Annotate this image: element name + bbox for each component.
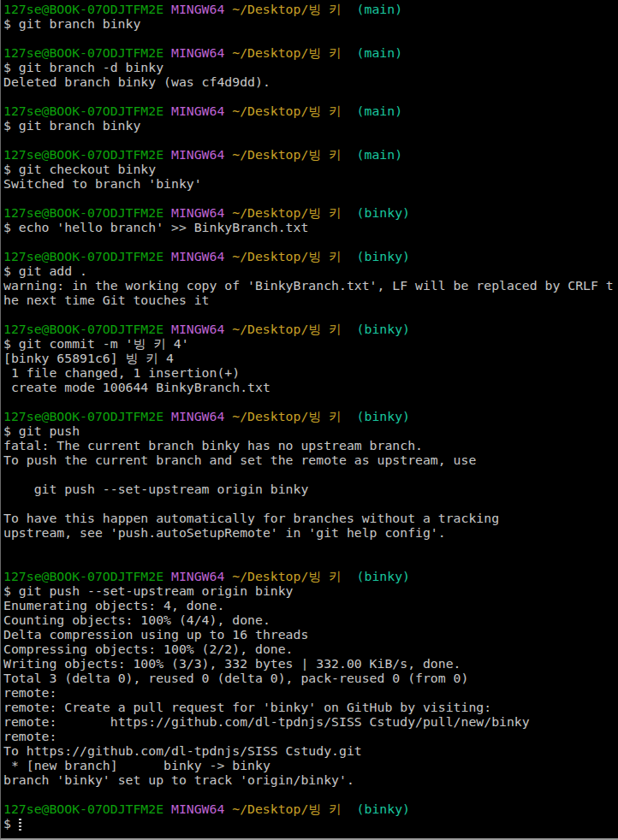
blank-line — [3, 234, 618, 249]
prompt-dollar-symbol: $ — [3, 60, 11, 74]
prompt-user-host: 127se@BOOK-07ODJTFM2E — [3, 104, 163, 118]
prompt-branch: (main) — [357, 147, 402, 162]
prompt-env: MINGW64 — [171, 322, 224, 336]
prompt-line: 127se@BOOK-07ODJTFM2EMINGW64~/Desktop/빙 … — [3, 104, 618, 118]
command-line[interactable]: $ — [3, 816, 618, 831]
blank-line — [3, 31, 618, 45]
prompt-branch: (binky) — [357, 409, 410, 423]
blank-line — [3, 133, 618, 147]
output-line: remote: https://github.com/dl-tpdnjs/SIS… — [3, 714, 618, 729]
output-line: warning: in the working copy of 'BinkyBr… — [3, 278, 618, 293]
prompt-path: ~/Desktop/빙 키 — [232, 249, 342, 263]
output-line — [3, 467, 618, 482]
prompt-branch: (main) — [357, 45, 402, 60]
prompt-line: 127se@BOOK-07ODJTFM2EMINGW64~/Desktop/빙 … — [3, 147, 618, 162]
prompt-env: MINGW64 — [171, 147, 224, 162]
output-line: he next time Git touches it — [3, 293, 618, 307]
prompt-line: 127se@BOOK-07ODJTFM2EMINGW64~/Desktop/빙 … — [3, 45, 618, 60]
output-line: To have this happen automatically for br… — [3, 511, 618, 525]
output-line: Enumerating objects: 4, done. — [3, 598, 618, 612]
output-line: Deleted branch binky (was cf4d9dd). — [3, 74, 618, 89]
prompt-branch: (main) — [357, 2, 402, 16]
prompt-dollar-symbol: $ — [3, 16, 11, 31]
prompt-line: 127se@BOOK-07ODJTFM2EMINGW64~/Desktop/빙 … — [3, 249, 618, 263]
blank-line — [3, 307, 618, 322]
command-text: git push — [19, 423, 80, 438]
output-line: create mode 100644 BinkyBranch.txt — [3, 380, 618, 394]
prompt-user-host: 127se@BOOK-07ODJTFM2E — [3, 322, 163, 336]
prompt-dollar-symbol: $ — [3, 220, 11, 234]
prompt-branch: (binky) — [357, 205, 410, 220]
output-line: git push --set-upstream origin binky — [3, 482, 618, 496]
terminal-cursor[interactable] — [19, 819, 21, 831]
prompt-dollar-symbol: $ — [3, 583, 11, 598]
prompt-user-host: 127se@BOOK-07ODJTFM2E — [3, 147, 163, 162]
prompt-env: MINGW64 — [171, 45, 224, 60]
command-text: git branch binky — [19, 16, 141, 31]
command-text: git checkout binky — [19, 162, 156, 176]
prompt-line: 127se@BOOK-07ODJTFM2EMINGW64~/Desktop/빙 … — [3, 802, 618, 816]
prompt-dollar-symbol: $ — [3, 423, 11, 438]
command-line: $git checkout binky — [3, 162, 618, 176]
prompt-branch: (binky) — [357, 322, 410, 336]
prompt-line: 127se@BOOK-07ODJTFM2EMINGW64~/Desktop/빙 … — [3, 2, 618, 16]
prompt-path: ~/Desktop/빙 키 — [232, 147, 342, 162]
prompt-dollar-symbol: $ — [3, 263, 11, 278]
prompt-user-host: 127se@BOOK-07ODJTFM2E — [3, 45, 163, 60]
prompt-path: ~/Desktop/빙 키 — [232, 802, 342, 816]
prompt-path: ~/Desktop/빙 키 — [232, 205, 342, 220]
blank-line — [3, 787, 618, 802]
output-line: remote: — [3, 729, 618, 743]
output-line: fatal: The current branch binky has no u… — [3, 438, 618, 453]
prompt-env: MINGW64 — [171, 802, 224, 816]
prompt-path: ~/Desktop/빙 키 — [232, 409, 342, 423]
prompt-user-host: 127se@BOOK-07ODJTFM2E — [3, 205, 163, 220]
prompt-dollar-symbol: $ — [3, 162, 11, 176]
prompt-branch: (binky) — [357, 569, 410, 583]
blank-line — [3, 89, 618, 104]
prompt-dollar-symbol: $ — [3, 118, 11, 133]
command-line: $git branch binky — [3, 16, 618, 31]
prompt-env: MINGW64 — [171, 569, 224, 583]
command-line: $git branch -d binky — [3, 60, 618, 74]
prompt-dollar-symbol: $ — [3, 336, 11, 351]
prompt-line: 127se@BOOK-07ODJTFM2EMINGW64~/Desktop/빙 … — [3, 205, 618, 220]
output-line: To https://github.com/dl-tpdnjs/SISS_Cst… — [3, 743, 618, 758]
prompt-branch: (binky) — [357, 802, 410, 816]
output-line: upstream, see 'push.autoSetupRemote' in … — [3, 525, 618, 540]
prompt-path: ~/Desktop/빙 키 — [232, 45, 342, 60]
command-text: echo 'hello branch' >> BinkyBranch.txt — [19, 220, 309, 234]
prompt-user-host: 127se@BOOK-07ODJTFM2E — [3, 409, 163, 423]
command-text: git add . — [19, 263, 87, 278]
output-line: remote: Create a pull request for 'binky… — [3, 700, 618, 714]
prompt-path: ~/Desktop/빙 키 — [232, 322, 342, 336]
output-line: Writing objects: 100% (3/3), 332 bytes |… — [3, 656, 618, 671]
output-line: Delta compression using up to 16 threads — [3, 627, 618, 642]
prompt-branch: (main) — [357, 104, 402, 118]
terminal-screen[interactable]: 127se@BOOK-07ODJTFM2EMINGW64~/Desktop/빙 … — [0, 0, 618, 840]
output-line: 1 file changed, 1 insertion(+) — [3, 365, 618, 380]
prompt-user-host: 127se@BOOK-07ODJTFM2E — [3, 802, 163, 816]
command-line: $git commit -m '빙 키 4' — [3, 336, 618, 351]
terminal-output: 127se@BOOK-07ODJTFM2EMINGW64~/Desktop/빙 … — [3, 2, 618, 831]
blank-line — [3, 394, 618, 409]
prompt-path: ~/Desktop/빙 키 — [232, 2, 342, 16]
output-line: Total 3 (delta 0), reused 0 (delta 0), p… — [3, 671, 618, 685]
prompt-user-host: 127se@BOOK-07ODJTFM2E — [3, 249, 163, 263]
prompt-path: ~/Desktop/빙 키 — [232, 569, 342, 583]
prompt-env: MINGW64 — [171, 205, 224, 220]
prompt-path: ~/Desktop/빙 키 — [232, 104, 342, 118]
output-line: [binky 65891c6] 빙 키 4 — [3, 351, 618, 365]
output-line: To push the current branch and set the r… — [3, 453, 618, 467]
prompt-user-host: 127se@BOOK-07ODJTFM2E — [3, 569, 163, 583]
prompt-line: 127se@BOOK-07ODJTFM2EMINGW64~/Desktop/빙 … — [3, 322, 618, 336]
command-line: $git add . — [3, 263, 618, 278]
output-line: Switched to branch 'binky' — [3, 176, 618, 191]
prompt-dollar-symbol: $ — [3, 816, 11, 831]
command-text: git push --set-upstream origin binky — [19, 583, 294, 598]
prompt-env: MINGW64 — [171, 2, 224, 16]
output-line: * [new branch] binky -> binky — [3, 758, 618, 772]
prompt-line: 127se@BOOK-07ODJTFM2EMINGW64~/Desktop/빙 … — [3, 569, 618, 583]
command-text: git commit -m '빙 키 4' — [19, 336, 189, 351]
prompt-user-host: 127se@BOOK-07ODJTFM2E — [3, 2, 163, 16]
